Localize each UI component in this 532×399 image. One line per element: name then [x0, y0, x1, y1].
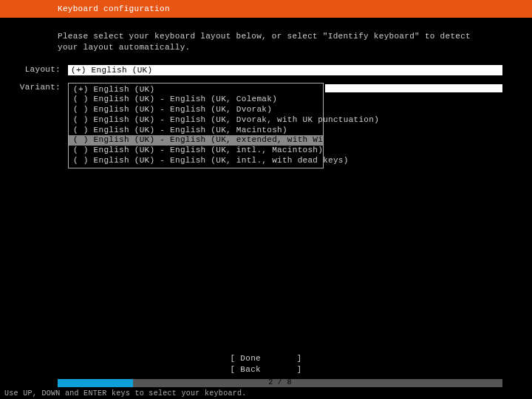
- variant-option[interactable]: ( ) English (UK) - English (UK, intl., w…: [69, 156, 323, 166]
- variant-row: Variant: (+) English (UK)( ) English (UK…: [0, 83, 532, 168]
- progress-text: 2 / 8: [58, 378, 502, 386]
- done-label: Done: [240, 354, 261, 363]
- variant-area: (+) English (UK)( ) English (UK) - Engli…: [68, 83, 502, 168]
- progress-bar: 2 / 8: [58, 379, 502, 387]
- variant-right-fill: [325, 84, 502, 92]
- header-bar: Keyboard configuration: [0, 0, 532, 18]
- progress-track: 2 / 8: [58, 379, 502, 387]
- variant-option[interactable]: ( ) English (UK) - English (UK, Macintos…: [69, 126, 323, 136]
- variant-options-list[interactable]: (+) English (UK)( ) English (UK) - Engli…: [68, 83, 324, 168]
- variant-option[interactable]: ( ) English (UK) - English (UK, intl., M…: [69, 146, 323, 156]
- content-area: Please select your keyboard layout below…: [0, 18, 532, 168]
- layout-label: Layout:: [0, 65, 68, 74]
- variant-label: Variant:: [0, 83, 68, 92]
- back-label: Back: [240, 365, 261, 374]
- button-group: [ Done] [ Back]: [0, 353, 532, 375]
- done-button[interactable]: [ Done]: [0, 353, 532, 364]
- variant-option[interactable]: ( ) English (UK) - English (UK, Dvorak): [69, 105, 323, 115]
- page-title: Keyboard configuration: [58, 4, 170, 13]
- instruction-text: Please select your keyboard layout below…: [0, 31, 532, 65]
- variant-option[interactable]: ( ) English (UK) - English (UK, extended…: [69, 135, 323, 146]
- variant-option[interactable]: ( ) English (UK) - English (UK, Dvorak, …: [69, 115, 323, 126]
- variant-option[interactable]: (+) English (UK): [69, 85, 323, 95]
- variant-option[interactable]: ( ) English (UK) - English (UK, Colemak): [69, 95, 323, 105]
- back-button[interactable]: [ Back]: [0, 364, 532, 375]
- footer-hint: Use UP, DOWN and ENTER keys to select yo…: [4, 389, 247, 398]
- layout-select[interactable]: (+) English (UK): [68, 65, 502, 75]
- layout-row: Layout: (+) English (UK): [0, 65, 532, 75]
